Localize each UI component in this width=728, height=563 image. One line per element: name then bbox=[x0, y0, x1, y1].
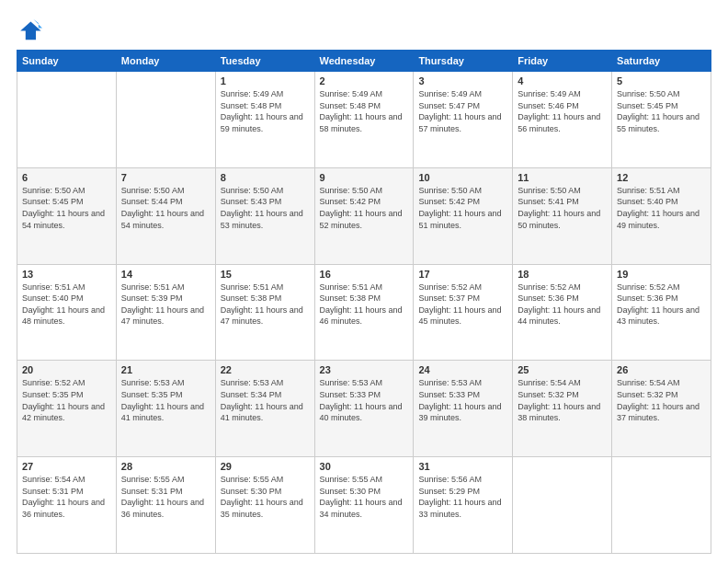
weekday-header-sunday: Sunday bbox=[17, 51, 117, 72]
weekday-header-row: SundayMondayTuesdayWednesdayThursdayFrid… bbox=[17, 51, 711, 72]
day-number: 6 bbox=[22, 172, 111, 183]
logo-icon bbox=[17, 17, 42, 42]
calendar-cell: 5 Sunrise: 5:50 AM Sunset: 5:45 PM Dayli… bbox=[612, 72, 711, 168]
calendar-cell: 2 Sunrise: 5:49 AM Sunset: 5:48 PM Dayli… bbox=[314, 72, 414, 168]
day-number: 2 bbox=[320, 75, 409, 86]
calendar-cell: 8 Sunrise: 5:50 AM Sunset: 5:43 PM Dayli… bbox=[215, 167, 314, 264]
calendar-cell: 7 Sunrise: 5:50 AM Sunset: 5:44 PM Dayli… bbox=[116, 167, 215, 264]
day-info: Sunrise: 5:55 AM Sunset: 5:30 PM Dayligh… bbox=[320, 474, 409, 520]
day-info: Sunrise: 5:55 AM Sunset: 5:31 PM Dayligh… bbox=[121, 474, 210, 520]
day-info: Sunrise: 5:49 AM Sunset: 5:48 PM Dayligh… bbox=[320, 88, 409, 134]
day-info: Sunrise: 5:54 AM Sunset: 5:32 PM Dayligh… bbox=[617, 377, 706, 423]
day-info: Sunrise: 5:49 AM Sunset: 5:46 PM Dayligh… bbox=[518, 88, 607, 134]
page: SundayMondayTuesdayWednesdayThursdayFrid… bbox=[0, 0, 728, 563]
calendar-cell: 22 Sunrise: 5:53 AM Sunset: 5:34 PM Dayl… bbox=[215, 361, 314, 457]
calendar-cell: 3 Sunrise: 5:49 AM Sunset: 5:47 PM Dayli… bbox=[414, 72, 513, 168]
day-info: Sunrise: 5:50 AM Sunset: 5:45 PM Dayligh… bbox=[22, 185, 111, 231]
day-number: 5 bbox=[617, 75, 706, 86]
day-info: Sunrise: 5:51 AM Sunset: 5:39 PM Dayligh… bbox=[121, 282, 210, 327]
day-number: 23 bbox=[320, 364, 409, 375]
day-number: 25 bbox=[518, 364, 607, 375]
calendar-cell: 31 Sunrise: 5:56 AM Sunset: 5:29 PM Dayl… bbox=[414, 457, 513, 554]
day-number: 9 bbox=[320, 172, 409, 183]
day-number: 3 bbox=[418, 75, 507, 86]
day-info: Sunrise: 5:49 AM Sunset: 5:48 PM Dayligh… bbox=[221, 88, 310, 134]
calendar-cell: 16 Sunrise: 5:51 AM Sunset: 5:38 PM Dayl… bbox=[314, 264, 414, 361]
calendar-cell: 13 Sunrise: 5:51 AM Sunset: 5:40 PM Dayl… bbox=[17, 264, 117, 361]
calendar-cell: 11 Sunrise: 5:50 AM Sunset: 5:41 PM Dayl… bbox=[513, 167, 612, 264]
calendar-cell: 25 Sunrise: 5:54 AM Sunset: 5:32 PM Dayl… bbox=[513, 361, 612, 457]
day-number: 8 bbox=[221, 172, 310, 183]
day-info: Sunrise: 5:50 AM Sunset: 5:43 PM Dayligh… bbox=[221, 185, 310, 231]
day-number: 27 bbox=[22, 461, 111, 472]
day-info: Sunrise: 5:53 AM Sunset: 5:34 PM Dayligh… bbox=[221, 377, 310, 423]
day-info: Sunrise: 5:50 AM Sunset: 5:42 PM Dayligh… bbox=[320, 185, 409, 231]
day-info: Sunrise: 5:51 AM Sunset: 5:40 PM Dayligh… bbox=[617, 185, 706, 231]
calendar-cell: 20 Sunrise: 5:52 AM Sunset: 5:35 PM Dayl… bbox=[17, 361, 117, 457]
weekday-header-thursday: Thursday bbox=[414, 51, 513, 72]
day-info: Sunrise: 5:50 AM Sunset: 5:42 PM Dayligh… bbox=[418, 185, 507, 231]
weekday-header-monday: Monday bbox=[116, 51, 215, 72]
day-info: Sunrise: 5:53 AM Sunset: 5:33 PM Dayligh… bbox=[418, 377, 507, 423]
day-number: 14 bbox=[121, 269, 210, 280]
svg-marker-0 bbox=[20, 22, 40, 40]
day-info: Sunrise: 5:53 AM Sunset: 5:35 PM Dayligh… bbox=[121, 377, 210, 423]
calendar-cell: 6 Sunrise: 5:50 AM Sunset: 5:45 PM Dayli… bbox=[17, 167, 117, 264]
calendar-cell: 12 Sunrise: 5:51 AM Sunset: 5:40 PM Dayl… bbox=[612, 167, 711, 264]
calendar-cell: 10 Sunrise: 5:50 AM Sunset: 5:42 PM Dayl… bbox=[414, 167, 513, 264]
week-row-3: 13 Sunrise: 5:51 AM Sunset: 5:40 PM Dayl… bbox=[17, 264, 711, 361]
calendar-cell bbox=[513, 457, 612, 554]
calendar-cell: 27 Sunrise: 5:54 AM Sunset: 5:31 PM Dayl… bbox=[17, 457, 117, 554]
day-info: Sunrise: 5:56 AM Sunset: 5:29 PM Dayligh… bbox=[418, 474, 507, 520]
day-number: 7 bbox=[121, 172, 210, 183]
day-info: Sunrise: 5:50 AM Sunset: 5:45 PM Dayligh… bbox=[617, 88, 706, 134]
day-number: 26 bbox=[617, 364, 706, 375]
day-info: Sunrise: 5:52 AM Sunset: 5:36 PM Dayligh… bbox=[518, 282, 607, 327]
weekday-header-tuesday: Tuesday bbox=[215, 51, 314, 72]
calendar-cell: 26 Sunrise: 5:54 AM Sunset: 5:32 PM Dayl… bbox=[612, 361, 711, 457]
calendar-cell: 19 Sunrise: 5:52 AM Sunset: 5:36 PM Dayl… bbox=[612, 264, 711, 361]
weekday-header-saturday: Saturday bbox=[612, 51, 711, 72]
day-info: Sunrise: 5:54 AM Sunset: 5:32 PM Dayligh… bbox=[518, 377, 607, 423]
calendar-cell: 21 Sunrise: 5:53 AM Sunset: 5:35 PM Dayl… bbox=[116, 361, 215, 457]
logo bbox=[17, 17, 46, 42]
day-info: Sunrise: 5:52 AM Sunset: 5:37 PM Dayligh… bbox=[418, 282, 507, 327]
day-number: 31 bbox=[418, 461, 507, 472]
calendar-table: SundayMondayTuesdayWednesdayThursdayFrid… bbox=[17, 50, 711, 554]
day-info: Sunrise: 5:49 AM Sunset: 5:47 PM Dayligh… bbox=[418, 88, 507, 134]
weekday-header-friday: Friday bbox=[513, 51, 612, 72]
day-number: 20 bbox=[22, 364, 111, 375]
day-number: 21 bbox=[121, 364, 210, 375]
week-row-1: 1 Sunrise: 5:49 AM Sunset: 5:48 PM Dayli… bbox=[17, 72, 711, 168]
day-info: Sunrise: 5:51 AM Sunset: 5:38 PM Dayligh… bbox=[221, 282, 310, 327]
day-number: 17 bbox=[418, 269, 507, 280]
day-info: Sunrise: 5:51 AM Sunset: 5:38 PM Dayligh… bbox=[320, 282, 409, 327]
calendar-cell: 4 Sunrise: 5:49 AM Sunset: 5:46 PM Dayli… bbox=[513, 72, 612, 168]
week-row-2: 6 Sunrise: 5:50 AM Sunset: 5:45 PM Dayli… bbox=[17, 167, 711, 264]
day-number: 10 bbox=[418, 172, 507, 183]
day-number: 29 bbox=[221, 461, 310, 472]
day-number: 19 bbox=[617, 269, 706, 280]
day-info: Sunrise: 5:50 AM Sunset: 5:44 PM Dayligh… bbox=[121, 185, 210, 231]
calendar-cell bbox=[612, 457, 711, 554]
day-number: 4 bbox=[518, 75, 607, 86]
calendar-cell: 24 Sunrise: 5:53 AM Sunset: 5:33 PM Dayl… bbox=[414, 361, 513, 457]
day-info: Sunrise: 5:52 AM Sunset: 5:35 PM Dayligh… bbox=[22, 377, 111, 423]
weekday-header-wednesday: Wednesday bbox=[314, 51, 414, 72]
day-info: Sunrise: 5:54 AM Sunset: 5:31 PM Dayligh… bbox=[22, 474, 111, 520]
day-info: Sunrise: 5:52 AM Sunset: 5:36 PM Dayligh… bbox=[617, 282, 706, 327]
day-number: 18 bbox=[518, 269, 607, 280]
day-number: 22 bbox=[221, 364, 310, 375]
day-number: 30 bbox=[320, 461, 409, 472]
header bbox=[17, 17, 711, 42]
day-info: Sunrise: 5:51 AM Sunset: 5:40 PM Dayligh… bbox=[22, 282, 111, 327]
calendar-cell: 1 Sunrise: 5:49 AM Sunset: 5:48 PM Dayli… bbox=[215, 72, 314, 168]
calendar-cell: 23 Sunrise: 5:53 AM Sunset: 5:33 PM Dayl… bbox=[314, 361, 414, 457]
day-number: 1 bbox=[221, 75, 310, 86]
week-row-4: 20 Sunrise: 5:52 AM Sunset: 5:35 PM Dayl… bbox=[17, 361, 711, 457]
day-info: Sunrise: 5:55 AM Sunset: 5:30 PM Dayligh… bbox=[221, 474, 310, 520]
calendar-cell bbox=[116, 72, 215, 168]
calendar-cell: 30 Sunrise: 5:55 AM Sunset: 5:30 PM Dayl… bbox=[314, 457, 414, 554]
calendar-cell bbox=[17, 72, 117, 168]
calendar-cell: 9 Sunrise: 5:50 AM Sunset: 5:42 PM Dayli… bbox=[314, 167, 414, 264]
